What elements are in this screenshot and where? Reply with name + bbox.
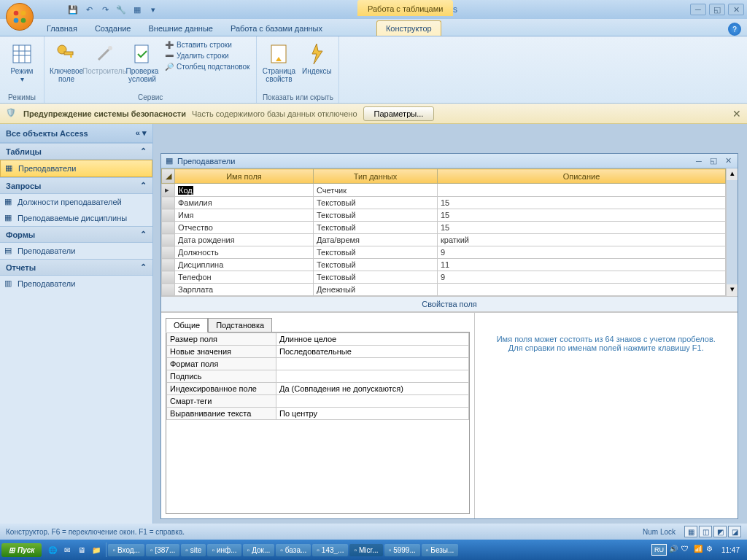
nav-item-report-1[interactable]: ▥Преподаватели [0, 276, 152, 292]
help-icon[interactable]: ? [728, 23, 741, 36]
tab-designer[interactable]: Конструктор [376, 20, 441, 36]
restore-button[interactable]: ◱ [709, 4, 725, 15]
col-field-name[interactable]: Имя поля [175, 169, 314, 184]
property-row[interactable]: Подпись [167, 370, 469, 383]
taskbar-item[interactable]: ▫база... [276, 544, 311, 556]
save-icon[interactable]: 💾 [67, 4, 79, 15]
properties-grid[interactable]: Размер поляДлинное целоеНовые значенияПо… [166, 332, 470, 514]
tray-icon[interactable]: 🛡 [681, 545, 692, 555]
selector-header[interactable]: ◢ [162, 169, 175, 184]
field-row[interactable]: Дата рожденияДата/времякраткий [162, 234, 726, 246]
window-close-icon[interactable]: ✕ [723, 156, 733, 166]
tray-icon[interactable]: 📶 [694, 545, 704, 555]
row-selector[interactable] [162, 271, 175, 284]
taskbar-item[interactable]: ▫[387... [146, 544, 179, 556]
tray-icon[interactable]: 🔊 [669, 545, 679, 555]
collapse-icon[interactable]: ⌃ [140, 181, 147, 190]
row-selector[interactable]: ▸ [162, 184, 175, 197]
table-icon[interactable]: ▦ [131, 4, 143, 15]
tab-general[interactable]: Общие [166, 318, 208, 332]
tab-dbtools[interactable]: Работа с базами данных [222, 21, 331, 36]
taskbar-item[interactable]: ▫Безы... [422, 544, 459, 556]
tray-icon[interactable]: ⚙ [706, 545, 716, 555]
close-button[interactable]: ✕ [728, 4, 744, 15]
view-chart-icon[interactable]: ◩ [713, 526, 727, 537]
tab-lookup[interactable]: Подстановка [208, 318, 272, 332]
view-datasheet-icon[interactable]: ▦ [684, 526, 697, 537]
ql-icon[interactable]: ✉ [61, 542, 74, 557]
field-row[interactable]: ДисциплинаТекстовый11 [162, 259, 726, 271]
nav-header[interactable]: Все объекты Access « ▾ [0, 124, 152, 143]
property-row[interactable]: Смарт-теги [167, 395, 469, 408]
primary-key-button[interactable]: Ключевое поле [49, 39, 84, 93]
field-row[interactable]: ФамилияТекстовый15 [162, 197, 726, 209]
office-button[interactable] [6, 3, 34, 31]
chevron-left-icon[interactable]: « ▾ [136, 128, 147, 138]
window-restore-icon[interactable]: ◱ [708, 156, 719, 166]
field-row[interactable]: ▸КодСчетчик [162, 184, 726, 197]
row-selector[interactable] [162, 259, 175, 271]
taskbar-clock[interactable]: 11:47 [719, 546, 743, 554]
nav-item-query-1[interactable]: ▦Должности преподавателей [0, 194, 152, 210]
indexes-button[interactable]: Индексы [299, 39, 334, 93]
validate-button[interactable]: Проверка условий [125, 39, 160, 93]
window-minimize-icon[interactable]: ─ [694, 156, 704, 166]
ql-icon[interactable]: 🌐 [46, 542, 59, 557]
ql-icon[interactable]: 🖥 [75, 542, 88, 557]
col-description[interactable]: Описание [438, 169, 726, 184]
field-grid[interactable]: ◢ Имя поля Тип данных Описание ▸КодСчетч… [161, 168, 726, 296]
property-row[interactable]: Формат поля [167, 358, 469, 370]
builder-button[interactable]: Построитель [87, 39, 122, 93]
taskbar-item[interactable]: ▫Micr... [349, 544, 382, 556]
language-indicator[interactable]: RU [651, 544, 667, 556]
property-row[interactable]: Индексированное полеДа (Совпадения не до… [167, 383, 469, 395]
field-row[interactable]: ИмяТекстовый15 [162, 209, 726, 222]
nav-item-form-1[interactable]: ▤Преподаватели [0, 243, 152, 259]
taskbar-item[interactable]: ▫site [181, 544, 206, 556]
row-selector[interactable] [162, 284, 175, 296]
field-row[interactable]: ОтчествоТекстовый15 [162, 222, 726, 234]
nav-item-query-2[interactable]: ▦Преподаваемые дисциплины [0, 210, 152, 226]
vertical-scrollbar[interactable]: ▴▾ [726, 168, 738, 296]
security-options-button[interactable]: Параметры... [363, 106, 435, 121]
nav-item-table-teachers[interactable]: ▦Преподаватели [0, 160, 152, 177]
start-button[interactable]: ⊞Пуск [1, 543, 42, 557]
view-pivot-icon[interactable]: ◫ [699, 526, 712, 537]
collapse-icon[interactable]: ⌃ [140, 230, 147, 239]
wrench-icon[interactable]: 🔧 [115, 4, 127, 15]
taskbar-item[interactable]: ▫Вход... [108, 544, 144, 556]
field-row[interactable]: ДолжностьТекстовый9 [162, 246, 726, 259]
row-selector[interactable] [162, 234, 175, 246]
qat-dropdown-icon[interactable]: ▾ [147, 4, 159, 15]
row-selector[interactable] [162, 222, 175, 234]
taskbar-item[interactable]: ▫5999... [384, 544, 420, 556]
field-row[interactable]: ТелефонТекстовый9 [162, 271, 726, 284]
property-row[interactable]: Новые значенияПоследовательные [167, 346, 469, 358]
property-row[interactable]: Выравнивание текстаПо центру [167, 408, 469, 420]
close-security-icon[interactable]: ✕ [732, 108, 741, 120]
collapse-icon[interactable]: ⌃ [140, 147, 147, 156]
insert-rows-button[interactable]: ➕Вставить строки [163, 39, 252, 50]
taskbar-item[interactable]: ▫143_... [312, 544, 348, 556]
view-button[interactable]: Режим▾ [4, 39, 39, 93]
collapse-icon[interactable]: ⌃ [140, 262, 147, 272]
delete-rows-button[interactable]: ➖Удалить строки [163, 50, 252, 61]
tab-external[interactable]: Внешние данные [140, 21, 222, 36]
nav-section-queries[interactable]: Запросы⌃ [0, 177, 152, 194]
nav-section-tables[interactable]: Таблицы⌃ [0, 143, 152, 160]
nav-section-reports[interactable]: Отчеты⌃ [0, 259, 152, 276]
tab-home[interactable]: Главная [38, 21, 86, 36]
row-selector[interactable] [162, 209, 175, 222]
taskbar-item[interactable]: ▫Док... [243, 544, 275, 556]
undo-icon[interactable]: ↶ [83, 4, 95, 15]
nav-section-forms[interactable]: Формы⌃ [0, 226, 152, 243]
property-sheet-button[interactable]: Страница свойств [261, 39, 296, 93]
ql-icon[interactable]: 📁 [90, 542, 103, 557]
row-selector[interactable] [162, 197, 175, 209]
lookup-column-button[interactable]: 🔎Столбец подстановок [163, 61, 252, 72]
property-row[interactable]: Размер поляДлинное целое [167, 333, 469, 346]
window-titlebar[interactable]: ▦ Преподаватели ─ ◱ ✕ [161, 154, 738, 168]
minimize-button[interactable]: ─ [690, 4, 706, 15]
row-selector[interactable] [162, 246, 175, 259]
col-data-type[interactable]: Тип данных [314, 169, 438, 184]
